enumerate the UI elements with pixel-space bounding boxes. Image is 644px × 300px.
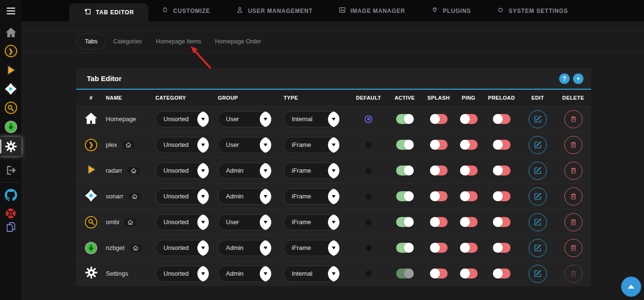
delete-button[interactable]: [564, 265, 583, 283]
tab-plugins[interactable]: PLUGINS: [418, 0, 484, 21]
sidebar-item-plex[interactable]: ❯: [0, 44, 21, 58]
tab-system-settings[interactable]: SYSTEM SETTINGS: [484, 0, 581, 21]
category-select[interactable]: Unsorted: [155, 137, 209, 153]
type-value: iFrame: [292, 193, 311, 200]
category-select[interactable]: Unsorted: [155, 163, 209, 179]
type-select[interactable]: Internal: [284, 266, 339, 282]
delete-button[interactable]: [564, 187, 583, 206]
ping-toggle[interactable]: [460, 217, 478, 227]
col-name: NAME: [106, 95, 155, 101]
type-select[interactable]: iFrame: [284, 163, 339, 179]
edit-button[interactable]: [529, 213, 547, 231]
menu-icon[interactable]: [0, 4, 21, 18]
type-select[interactable]: iFrame: [284, 137, 339, 153]
tab-name: Settings: [106, 270, 128, 277]
category-select[interactable]: Unsorted: [155, 214, 209, 230]
edit-button[interactable]: [529, 110, 547, 128]
edit-button[interactable]: [529, 265, 547, 283]
sidebar-item-sonarr[interactable]: [0, 82, 21, 96]
active-toggle[interactable]: [396, 269, 414, 279]
category-select[interactable]: Unsorted: [155, 240, 209, 256]
ping-toggle[interactable]: [460, 243, 478, 253]
tab-image-manager[interactable]: IMAGE MANAGER: [326, 0, 418, 21]
ping-toggle[interactable]: [460, 166, 478, 176]
type-select[interactable]: iFrame: [284, 188, 339, 205]
add-tab-button[interactable]: +: [573, 73, 583, 84]
default-radio[interactable]: [365, 193, 372, 200]
delete-button[interactable]: [564, 110, 583, 128]
default-radio[interactable]: [365, 167, 372, 175]
ping-toggle[interactable]: [460, 191, 478, 201]
category-select[interactable]: Unsorted: [155, 266, 209, 282]
active-toggle[interactable]: [396, 114, 414, 124]
subnav-item-tabs[interactable]: Tabs: [76, 33, 106, 50]
splash-toggle[interactable]: [430, 269, 448, 279]
group-select[interactable]: Admin: [218, 240, 271, 256]
active-toggle[interactable]: [396, 243, 414, 253]
edit-button[interactable]: [529, 162, 547, 180]
tab-tab-editor[interactable]: TAB EDITOR: [69, 3, 148, 21]
ping-toggle[interactable]: [460, 140, 478, 150]
preload-toggle[interactable]: [493, 217, 511, 227]
type-select[interactable]: iFrame: [284, 214, 339, 230]
group-select[interactable]: User: [218, 137, 271, 153]
help-button[interactable]: ?: [559, 73, 570, 84]
default-radio[interactable]: [365, 115, 372, 123]
edit-button[interactable]: [529, 239, 547, 257]
sidebar-item-ombi[interactable]: [0, 101, 21, 115]
active-toggle[interactable]: [396, 166, 414, 176]
preload-toggle[interactable]: [493, 191, 511, 201]
active-toggle[interactable]: [396, 217, 414, 227]
ping-toggle[interactable]: [460, 114, 478, 124]
group-select[interactable]: User: [218, 111, 271, 127]
default-radio[interactable]: [365, 218, 372, 226]
delete-button[interactable]: [564, 136, 583, 154]
sidebar-item-radarr[interactable]: [0, 63, 21, 77]
sidebar-item-settings[interactable]: [0, 137, 21, 156]
active-toggle[interactable]: [396, 191, 414, 201]
edit-button[interactable]: [529, 187, 547, 206]
splash-toggle[interactable]: [430, 114, 448, 124]
splash-toggle[interactable]: [430, 243, 448, 253]
subnav-item-homepage-items[interactable]: Homepage Items: [156, 38, 201, 45]
sidebar-item-nzbget[interactable]: [0, 120, 21, 134]
default-radio[interactable]: [365, 141, 372, 149]
tab-label: CUSTOMIZE: [173, 8, 210, 14]
subnav-item-homepage-order[interactable]: Homepage Order: [215, 38, 261, 45]
category-select[interactable]: Unsorted: [155, 111, 209, 127]
sidebar-item-logout[interactable]: [0, 163, 21, 177]
type-select[interactable]: iFrame: [284, 240, 339, 256]
group-select[interactable]: Admin: [218, 163, 271, 179]
sidebar-item-home[interactable]: [0, 25, 21, 40]
splash-toggle[interactable]: [430, 166, 448, 176]
delete-button[interactable]: [564, 162, 583, 180]
edit-button[interactable]: [529, 136, 547, 154]
subnav-item-categories[interactable]: Categories: [113, 38, 142, 45]
splash-toggle[interactable]: [430, 191, 448, 201]
group-select[interactable]: Admin: [218, 188, 271, 205]
preload-toggle[interactable]: [493, 166, 511, 176]
group-select[interactable]: Admin: [218, 266, 271, 282]
delete-button[interactable]: [564, 213, 583, 231]
ping-toggle[interactable]: [460, 269, 478, 279]
active-toggle[interactable]: [396, 140, 414, 150]
sidebar-item-pages[interactable]: [0, 220, 21, 234]
preload-toggle[interactable]: [493, 114, 511, 124]
delete-button[interactable]: [564, 239, 583, 257]
preload-toggle[interactable]: [493, 140, 511, 150]
group-select[interactable]: User: [218, 214, 271, 230]
default-radio[interactable]: [365, 270, 372, 278]
category-select[interactable]: Unsorted: [155, 188, 209, 205]
sidebar-item-support[interactable]: [0, 206, 21, 220]
tab-user-management[interactable]: USER MANAGEMENT: [223, 0, 326, 21]
splash-toggle[interactable]: [430, 140, 448, 150]
type-select[interactable]: Internal: [284, 111, 339, 127]
splash-toggle[interactable]: [430, 217, 448, 227]
default-radio[interactable]: [365, 244, 372, 252]
sidebar-item-github[interactable]: [0, 188, 21, 202]
preload-toggle[interactable]: [493, 243, 511, 253]
scroll-to-top-button[interactable]: [621, 277, 641, 297]
tab-customize[interactable]: CUSTOMIZE: [148, 0, 223, 21]
chevron-down-icon: [325, 214, 339, 230]
preload-toggle[interactable]: [493, 269, 511, 279]
